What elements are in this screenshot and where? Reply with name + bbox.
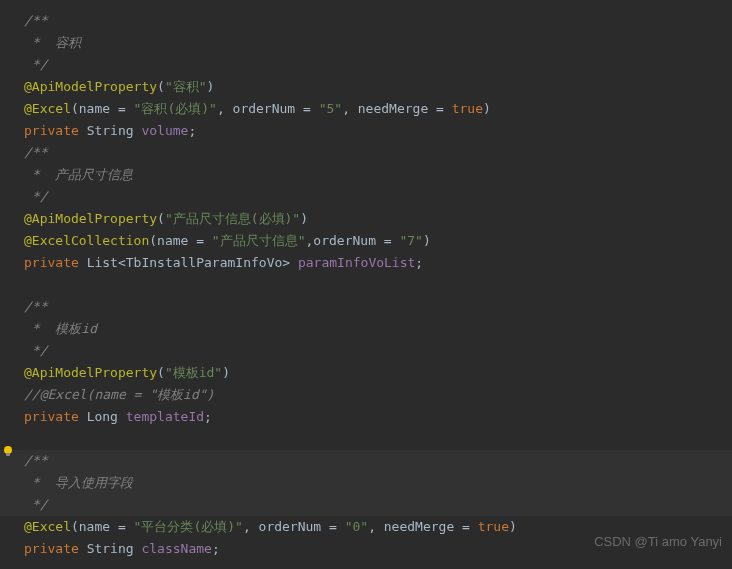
annotation: @ApiModelProperty — [24, 79, 157, 94]
annotation: @ExcelCollection — [24, 233, 149, 248]
code-line: * 容积 — [24, 32, 732, 54]
field: paramInfoVoList — [298, 255, 415, 270]
field: templateId — [126, 409, 204, 424]
code-line: //@Excel(name = "模板id") — [24, 384, 732, 406]
field: volume — [141, 123, 188, 138]
comment: */ — [24, 343, 47, 358]
comment: */ — [24, 497, 47, 512]
comment: */ — [24, 57, 47, 72]
code-line — [24, 274, 732, 296]
annotation: @ApiModelProperty — [24, 211, 157, 226]
code-line: * 模板id — [24, 318, 732, 340]
code-line: @ExcelCollection(name = "产品尺寸信息",orderNu… — [24, 230, 732, 252]
code-line: /** — [24, 10, 732, 32]
code-line: @Excel(name = "容积(必填)", orderNum = "5", … — [24, 98, 732, 120]
comment: * 导入使用字段 — [24, 475, 133, 490]
code-line — [24, 428, 732, 450]
annotation: @ApiModelProperty — [24, 365, 157, 380]
comment: * 产品尺寸信息 — [24, 167, 133, 182]
code-line: private Long templateId; — [24, 406, 732, 428]
code-line: * 产品尺寸信息 — [24, 164, 732, 186]
code-line-highlighted: /** — [0, 450, 732, 472]
keyword: private — [24, 409, 87, 424]
comment: //@Excel(name = "模板id") — [24, 387, 214, 402]
comment: /** — [24, 145, 47, 160]
watermark-text: CSDN @Ti amo Yanyi — [594, 531, 722, 553]
field: className — [141, 541, 211, 556]
code-line: */ — [24, 186, 732, 208]
keyword: private — [24, 541, 87, 556]
comment: * 模板id — [24, 321, 97, 336]
code-line: private List<TbInstallParamInfoVo> param… — [24, 252, 732, 274]
code-line: @ApiModelProperty("容积") — [24, 76, 732, 98]
comment: * 容积 — [24, 35, 81, 50]
keyword: private — [24, 255, 87, 270]
keyword: private — [24, 123, 87, 138]
code-line: private String volume; — [24, 120, 732, 142]
annotation: @Excel — [24, 519, 71, 534]
code-line-highlighted: */ — [0, 494, 732, 516]
comment: /** — [24, 13, 47, 28]
code-line-highlighted: * 导入使用字段 — [0, 472, 732, 494]
lightbulb-icon[interactable] — [2, 442, 14, 454]
comment: /** — [24, 453, 47, 468]
comment: /** — [24, 299, 47, 314]
comment: */ — [24, 189, 47, 204]
code-editor[interactable]: /** * 容积 */ @ApiModelProperty("容积") @Exc… — [0, 0, 732, 569]
code-line: /** — [24, 142, 732, 164]
code-line: */ — [24, 340, 732, 362]
svg-point-0 — [4, 446, 12, 454]
annotation: @Excel — [24, 101, 71, 116]
code-line: @ApiModelProperty("模板id") — [24, 362, 732, 384]
code-line: @ApiModelProperty("产品尺寸信息(必填)") — [24, 208, 732, 230]
svg-rect-1 — [6, 453, 10, 456]
code-line: */ — [24, 54, 732, 76]
code-line: /** — [24, 296, 732, 318]
